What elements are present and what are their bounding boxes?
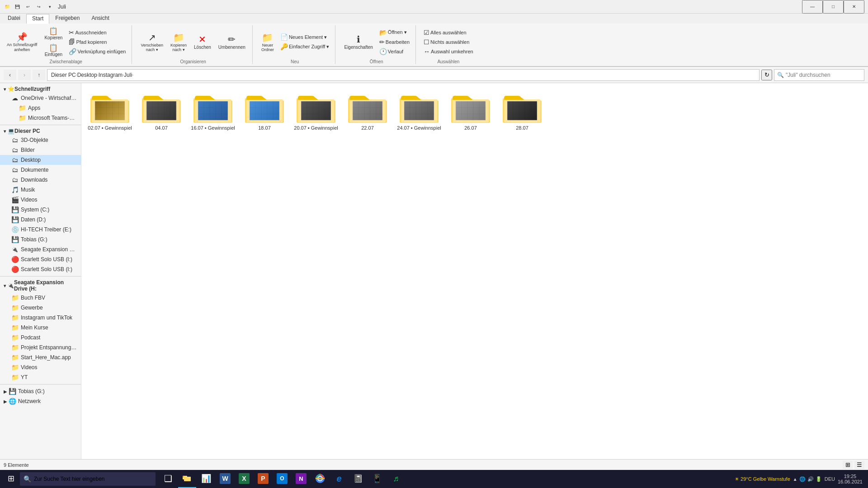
refresh-button[interactable]: ↻ (761, 70, 772, 80)
sidebar-item-dokumente[interactable]: 🗂 Dokumente (0, 165, 81, 175)
loeschen-button[interactable]: ✕ Löschen (191, 33, 214, 51)
save-button[interactable]: 💾 (13, 2, 22, 11)
verlauf-button[interactable]: 🕐 Verlauf (377, 47, 412, 56)
taskbar-app-explorer[interactable] (178, 470, 196, 488)
nichts-auswaehlen-button[interactable]: ☐ Nichts auswählen (421, 38, 476, 47)
search-input[interactable] (786, 72, 861, 78)
sidebar-item-teams[interactable]: 📁 Microsoft Teams-Chatdate (0, 113, 81, 123)
breadcrumb-pc[interactable]: Dieser PC (51, 72, 76, 78)
sidebar-item-apps[interactable]: 📁 Apps (0, 103, 81, 113)
sidebar-item-netzwerk[interactable]: ▶ 🌐 Netzwerk (0, 396, 81, 406)
tab-freigeben[interactable]: Freigeben (49, 14, 85, 23)
verknuepfung-button[interactable]: 🔗 Verknüpfung einfügen (66, 47, 128, 56)
taskbar-app-word[interactable]: W (216, 470, 234, 488)
sidebar-item-system-c[interactable]: 💾 System (C:) (0, 205, 81, 215)
taskbar-app-unknown3[interactable]: 📱 (368, 470, 386, 488)
verschieben-button[interactable]: ↗ Verschiebennach ▾ (137, 31, 166, 53)
tab-start[interactable]: Start (26, 14, 49, 24)
undo-button[interactable]: ↩ (24, 2, 33, 11)
kopieren-button[interactable]: 📋 Kopieren (41, 25, 66, 42)
pin-button[interactable]: 📌 An Schnellzugriffanheften (4, 30, 40, 54)
sidebar-item-tobias-g[interactable]: 💾 Tobias (G:) (0, 235, 81, 244)
sidebar-item-videos[interactable]: 🎬 Videos (0, 195, 81, 205)
taskbar-app-spotify[interactable]: ♬ (387, 470, 405, 488)
taskbar-app-unknown1[interactable]: 📊 (197, 470, 215, 488)
minimize-button[interactable]: — (802, 0, 823, 14)
sidebar-item-podcast[interactable]: 📁 Podcast (0, 333, 81, 343)
dropdown-button[interactable]: ▾ (45, 2, 54, 11)
einfuegen-button[interactable]: 📋 Einfügen (41, 42, 66, 58)
sidebar-item-buch-fbv[interactable]: 📁 Buch FBV (0, 293, 81, 303)
sidebar-header-dieser-pc[interactable]: ▾ 💻 Dieser PC (0, 127, 81, 135)
folder-item-f4[interactable]: 18.07 (240, 87, 289, 133)
forward-button[interactable]: › (18, 70, 31, 80)
auswahl-umkehren-button[interactable]: ↔ Auswahl umkehren (421, 47, 476, 56)
sidebar-item-hitech[interactable]: 💿 HI-TECH Treiber (E:) (0, 225, 81, 235)
eigenschaften-button[interactable]: ℹ Eigenschaften (341, 33, 376, 51)
taskbar-app-unknown2[interactable]: 📓 (349, 470, 367, 488)
sidebar-item-videos-h[interactable]: 📁 Videos (0, 362, 81, 372)
back-button[interactable]: ‹ (4, 70, 16, 80)
folder-item-f2[interactable]: 04.07 (137, 87, 186, 133)
sidebar-item-musik[interactable]: 🎵 Musik (0, 185, 81, 195)
sidebar-item-daten-d[interactable]: 💾 Daten (D:) (0, 215, 81, 225)
breadcrumb-instagram[interactable]: Instagram (99, 72, 123, 78)
folder-item-f7[interactable]: 24.07 • Gewinnspiel (394, 87, 444, 133)
sidebar-item-mein-kurse[interactable]: 📁 Mein Kurse (0, 323, 81, 333)
taskbar-task-view[interactable]: ❑ (159, 470, 177, 488)
folder-item-f3[interactable]: 16.07 • Gewinnspiel (188, 87, 238, 133)
einfacher-zugriff-button[interactable]: 🔑 Einfacher Zugriff ▾ (278, 42, 332, 51)
oeffnen-button[interactable]: 📂 Öffnen ▾ (377, 28, 412, 37)
tab-datei[interactable]: Datei (2, 14, 26, 23)
alles-auswaehlen-button[interactable]: ☑ Alles auswählen (421, 28, 476, 37)
folder-item-f9[interactable]: 28.07 (497, 87, 547, 133)
neuer-ordner-button[interactable]: 📁 NeuerOrdner (258, 31, 277, 53)
close-button[interactable]: ✕ (844, 0, 864, 14)
neues-element-button[interactable]: 📄 Neues Element ▾ (278, 33, 332, 42)
sidebar-item-3d[interactable]: 🗂 3D-Objekte (0, 135, 81, 145)
taskbar-time[interactable]: 19:25 16.06.2021 (838, 474, 863, 484)
sidebar-item-start-here[interactable]: 📁 Start_Here_Mac.app (0, 352, 81, 362)
large-icons-view-button[interactable]: ⊞ (843, 461, 853, 469)
search-bar[interactable]: 🔍 (774, 69, 864, 81)
taskbar-app-excel[interactable]: X (235, 470, 253, 488)
sidebar-item-bilder[interactable]: 🗂 Bilder (0, 145, 81, 155)
maximize-button[interactable]: □ (823, 0, 844, 14)
sidebar-header-schnellzugriff[interactable]: ▾ ⭐ Schnellzugriff (0, 85, 81, 93)
up-button[interactable]: ↑ (33, 70, 45, 80)
folder-item-f5[interactable]: 20.07 • Gewinnspiel (291, 87, 341, 133)
taskbar-app-chrome[interactable] (311, 470, 329, 488)
folder-item-f8[interactable]: 26.07 (446, 87, 495, 133)
breadcrumb-desktop[interactable]: Desktop (77, 72, 97, 78)
sidebar-item-scarlett-i[interactable]: 🔴 Scarlett Solo USB (I:) (0, 254, 81, 264)
sidebar-item-desktop[interactable]: 🗂 Desktop (0, 155, 81, 165)
taskbar-app-outlook[interactable]: O (273, 470, 291, 488)
sidebar-item-onedrive[interactable]: ☁ OneDrive - Wirtschaftsuniver (0, 93, 81, 103)
kopieren-nach-button[interactable]: 📁 Kopierennach ▾ (167, 31, 190, 53)
bearbeiten-button[interactable]: ✏ Bearbeiten (377, 38, 412, 47)
sidebar-item-downloads[interactable]: 🗂 Downloads (0, 175, 81, 185)
ausschneiden-button[interactable]: ✂ Ausschneiden (66, 28, 128, 37)
taskbar-app-onenote[interactable]: N (292, 470, 310, 488)
taskbar-search-bar[interactable]: 🔍 Zur Suche Text hier eingeben (20, 472, 156, 486)
folder-item-f1[interactable]: 02.07 • Gewinnspiel (85, 87, 135, 133)
sidebar-header-seagate[interactable]: ▾ 🔌 Seagate Expansion Drive (H: (0, 278, 81, 293)
breadcrumb-juli[interactable]: Juli (124, 72, 132, 78)
sidebar-item-yt[interactable]: 📁 YT (0, 372, 81, 382)
taskbar-app-edge[interactable]: e (330, 470, 348, 488)
sidebar-item-tobias-g2[interactable]: ▶ 💾 Tobias (G:) (0, 386, 81, 396)
sidebar-item-projekt[interactable]: 📁 Projekt Entspannung Video (0, 343, 81, 352)
umbenennen-button[interactable]: ✏ Umbenennen (215, 33, 249, 51)
pfad-kopieren-button[interactable]: 🗐 Pfad kopieren (66, 38, 128, 47)
tab-ansicht[interactable]: Ansicht (85, 14, 115, 23)
sidebar-item-instagram-tiktok[interactable]: 📁 Instagram und TikTok (0, 313, 81, 323)
sidebar-item-scarlett-i2[interactable]: 🔴 Scarlett Solo USB (I:) (0, 264, 81, 274)
sidebar-item-seagate-h[interactable]: 🔌 Seagate Expansion Drive (H: (0, 244, 81, 254)
taskbar-app-powerpoint[interactable]: P (254, 470, 272, 488)
taskbar-start-button[interactable]: ⊞ (2, 470, 20, 488)
folder-item-f6[interactable]: 22.07 (343, 87, 392, 133)
sidebar-item-gewerbe[interactable]: 📁 Gewerbe (0, 303, 81, 313)
address-bar[interactable]: Dieser PC › Desktop › Instagram › Juli › (47, 69, 760, 81)
redo-button[interactable]: ↪ (34, 2, 43, 11)
details-view-button[interactable]: ☰ (854, 461, 864, 469)
